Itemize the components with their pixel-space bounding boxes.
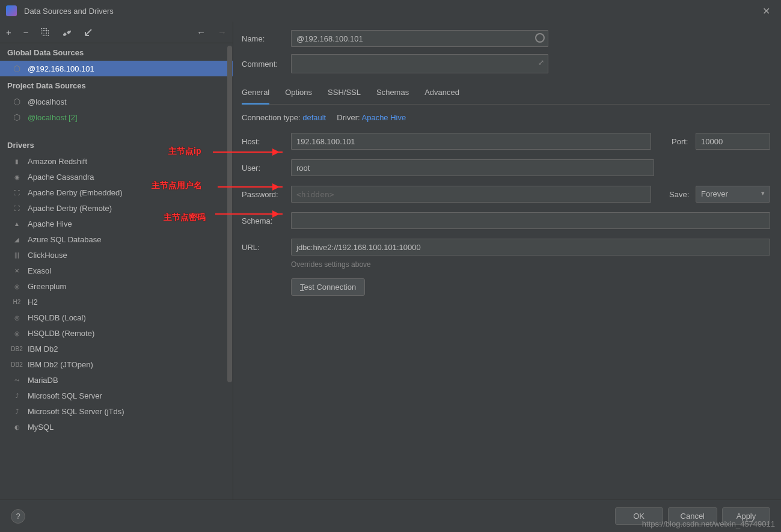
- name-label: Name:: [242, 34, 291, 43]
- datasource-icon: ◉: [12, 172, 22, 182]
- sidebar-toolbar: + − ⿻ ← →: [0, 22, 233, 43]
- datasource-icon: ◎: [12, 328, 22, 338]
- watermark: https://blog.csdn.net/weixin_45749011: [642, 519, 775, 528]
- tree-item-label: @192.168.100.101: [28, 64, 94, 73]
- reset-color-icon[interactable]: [535, 33, 545, 43]
- content-panel: Name: Comment: ⤢ GeneralOptionsSSH/SSLSc…: [233, 22, 781, 500]
- tree-item-label: Apache Derby (Remote): [28, 204, 112, 213]
- datasource-icon: ⬡: [12, 97, 22, 106]
- global-sources-header: Global Data Sources: [0, 43, 233, 61]
- driver-item[interactable]: ⤴Microsoft SQL Server (jTds): [0, 403, 233, 419]
- tree-item-label: @localhost [2]: [28, 113, 78, 122]
- driver-item[interactable]: ⛶Apache Derby (Embedded): [0, 185, 233, 200]
- url-input[interactable]: [291, 239, 770, 255]
- tools-icon[interactable]: [62, 28, 72, 37]
- test-connection-button[interactable]: Test Connection: [291, 278, 365, 296]
- tab-advanced[interactable]: Advanced: [424, 84, 459, 104]
- datasource-icon: ◢: [12, 234, 22, 244]
- driver-item[interactable]: ✕Exasol: [0, 263, 233, 278]
- password-input[interactable]: <hidden>: [291, 186, 651, 203]
- host-input[interactable]: [291, 133, 651, 150]
- tree-item-label: Amazon Redshift: [28, 157, 87, 166]
- annotation-arrow-password: [215, 213, 283, 215]
- datasource-icon: ⬡: [12, 64, 22, 73]
- close-icon[interactable]: ✕: [758, 3, 775, 19]
- datasource-icon: H2: [12, 297, 22, 307]
- datasource-icon: |||: [12, 250, 22, 260]
- copy-button[interactable]: ⿻: [41, 27, 50, 37]
- datasource-tree[interactable]: Global Data Sources ⬡@192.168.100.101 Pr…: [0, 43, 233, 500]
- datasource-icon: ◐: [12, 422, 22, 432]
- tree-item-label: Azure SQL Database: [28, 235, 101, 244]
- forward-icon[interactable]: →: [218, 27, 227, 37]
- titlebar: Data Sources and Drivers ✕: [0, 0, 781, 22]
- driver-item[interactable]: DB2IBM Db2: [0, 341, 233, 356]
- datasource-icon: ⬡: [12, 112, 22, 122]
- name-input[interactable]: [291, 30, 548, 47]
- driver-item[interactable]: ◎HSQLDB (Local): [0, 310, 233, 325]
- tree-item-label: HSQLDB (Remote): [28, 329, 94, 338]
- help-button[interactable]: ?: [11, 509, 25, 524]
- datasource-icon: ✕: [12, 266, 22, 275]
- tree-item-label: Microsoft SQL Server: [28, 391, 102, 400]
- datasource-icon: ⤳: [12, 375, 22, 385]
- schema-label: Schema:: [242, 216, 291, 225]
- driver-item[interactable]: ◢Azure SQL Database: [0, 231, 233, 247]
- driver-item[interactable]: ◎HSQLDB (Remote): [0, 325, 233, 341]
- connection-type-link[interactable]: default: [302, 113, 326, 122]
- annotation-arrow-host: [213, 151, 283, 153]
- tree-item-label: IBM Db2 (JTOpen): [28, 360, 93, 369]
- save-select[interactable]: Forever: [696, 186, 770, 203]
- project-sources-header: Project Data Sources: [0, 76, 233, 94]
- driver-item[interactable]: ◐MySQL: [0, 419, 233, 435]
- url-label: URL:: [242, 243, 291, 252]
- tree-item[interactable]: ⬡@localhost [2]: [0, 109, 233, 125]
- driver-item[interactable]: ◉Apache Cassandra: [0, 169, 233, 185]
- tree-item[interactable]: ⬡@localhost: [0, 94, 233, 109]
- driver-link[interactable]: Apache Hive: [362, 113, 406, 122]
- tab-ssh-ssl[interactable]: SSH/SSL: [328, 84, 361, 104]
- port-label: Port:: [672, 137, 696, 146]
- datasource-icon: ▮: [12, 156, 22, 166]
- port-input[interactable]: [696, 133, 770, 150]
- driver-item[interactable]: H2H2: [0, 294, 233, 310]
- schema-input[interactable]: [291, 212, 770, 229]
- annotation-arrow-user: [218, 186, 283, 188]
- tree-item-label: Greenplum: [28, 282, 66, 291]
- datasource-icon: ◎: [12, 281, 22, 291]
- url-note: Overrides settings above: [291, 260, 770, 269]
- expand-icon[interactable]: ⤢: [538, 58, 544, 67]
- driver-item[interactable]: DB2IBM Db2 (JTOpen): [0, 356, 233, 372]
- tree-item[interactable]: ⬡@192.168.100.101: [0, 61, 233, 76]
- tree-item-label: MySQL: [28, 423, 54, 432]
- datasource-icon: ▲: [12, 219, 22, 228]
- tree-item-label: ClickHouse: [28, 251, 67, 260]
- back-icon[interactable]: ←: [197, 27, 206, 37]
- tree-item-label: Apache Hive: [28, 219, 72, 228]
- export-icon[interactable]: [84, 28, 93, 37]
- sidebar: + − ⿻ ← → Global Data Sources ⬡@192.168.…: [0, 22, 233, 500]
- driver-item[interactable]: ⤴Microsoft SQL Server: [0, 388, 233, 403]
- comment-input[interactable]: ⤢: [291, 54, 548, 73]
- drivers-header: Drivers: [0, 136, 233, 153]
- driver-item[interactable]: ▮Amazon Redshift: [0, 153, 233, 169]
- driver-item[interactable]: |||ClickHouse: [0, 247, 233, 263]
- tab-schemas[interactable]: Schemas: [376, 84, 409, 104]
- user-input[interactable]: [291, 159, 654, 176]
- remove-button[interactable]: −: [23, 27, 29, 37]
- driver-item[interactable]: ▲Apache Hive: [0, 216, 233, 231]
- driver-item[interactable]: ⛶Apache Derby (Remote): [0, 200, 233, 216]
- tab-general[interactable]: General: [242, 84, 269, 105]
- tree-item-label: MariaDB: [28, 376, 58, 385]
- window-title: Data Sources and Drivers: [24, 7, 758, 16]
- password-label: Password:: [242, 190, 291, 199]
- driver-item[interactable]: ◎Greenplum: [0, 278, 233, 294]
- datasource-icon: ◎: [12, 313, 22, 322]
- connection-type-label: Connection type:: [242, 113, 301, 122]
- tab-options[interactable]: Options: [285, 84, 312, 104]
- datasource-icon: DB2: [12, 344, 22, 353]
- tree-item-label: H2: [28, 298, 38, 307]
- driver-item[interactable]: ⤳MariaDB: [0, 372, 233, 388]
- tree-item-label: IBM Db2: [28, 344, 58, 353]
- add-button[interactable]: +: [6, 27, 11, 37]
